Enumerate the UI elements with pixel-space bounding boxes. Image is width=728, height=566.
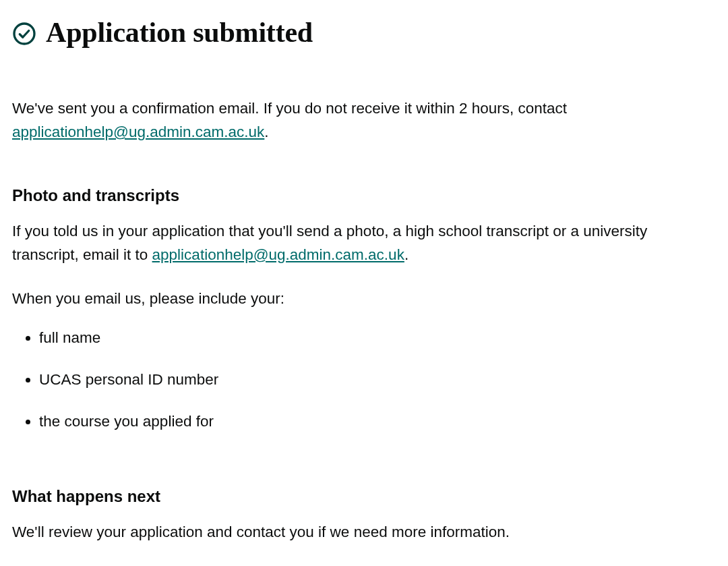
period: . — [404, 246, 408, 263]
section2-para: We'll review your application and contac… — [12, 521, 716, 544]
intro-text: We've sent you a confirmation email. If … — [12, 100, 567, 117]
list-item: full name — [39, 327, 716, 349]
period: . — [264, 123, 268, 140]
intro-paragraph: We've sent you a confirmation email. If … — [12, 97, 716, 144]
list-item: UCAS personal ID number — [39, 368, 716, 391]
section1-para2: When you email us, please include your: — [12, 287, 716, 311]
contact-email-link[interactable]: applicationhelp@ug.admin.cam.ac.uk — [12, 123, 264, 140]
page-title: Application submitted — [46, 16, 313, 49]
section1-para1: If you told us in your application that … — [12, 220, 716, 267]
section-heading-photo-transcripts: Photo and transcripts — [12, 186, 716, 205]
include-list: full name UCAS personal ID number the co… — [12, 327, 716, 432]
svg-point-0 — [14, 24, 34, 44]
check-circle-icon — [12, 22, 36, 46]
section-heading-what-next: What happens next — [12, 487, 716, 506]
page-header: Application submitted — [12, 16, 716, 49]
list-item: the course you applied for — [39, 410, 716, 433]
section1-email-link[interactable]: applicationhelp@ug.admin.cam.ac.uk — [152, 246, 404, 263]
